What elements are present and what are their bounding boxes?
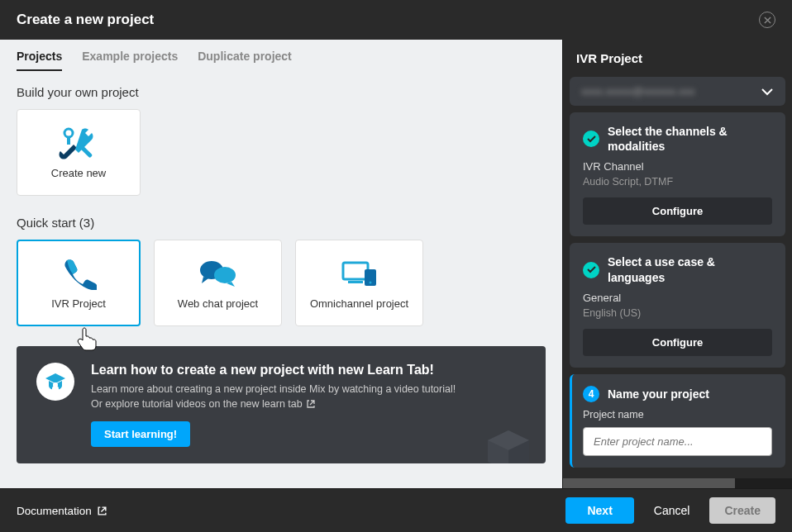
step-usecase-panel: Select a use case & languages General En… bbox=[570, 243, 785, 367]
build-section-title: Build your own project bbox=[17, 85, 546, 99]
configure-usecase-button[interactable]: Configure bbox=[583, 329, 772, 356]
devices-icon bbox=[340, 256, 379, 291]
step-name-title: Name your project bbox=[608, 387, 709, 401]
svg-rect-5 bbox=[343, 263, 368, 279]
documentation-link[interactable]: Documentation bbox=[17, 505, 107, 517]
owner-value: xxxx.xxxxx@xxxxxx.xxx bbox=[581, 85, 694, 97]
learn-banner: Learn how to create a new project with n… bbox=[17, 346, 546, 463]
svg-rect-0 bbox=[79, 145, 93, 158]
tools-icon bbox=[59, 126, 98, 160]
create-button[interactable]: Create bbox=[709, 497, 775, 524]
phone-icon bbox=[60, 256, 97, 291]
check-icon bbox=[583, 131, 599, 147]
configure-channels-button[interactable]: Configure bbox=[583, 197, 772, 225]
chevron-down-icon bbox=[761, 88, 774, 96]
horizontal-scrollbar[interactable] bbox=[563, 478, 792, 488]
next-button[interactable]: Next bbox=[565, 497, 633, 524]
external-link-icon bbox=[306, 399, 316, 409]
webchat-project-label: Web chat project bbox=[178, 297, 258, 310]
svg-point-1 bbox=[64, 129, 73, 137]
documentation-label: Documentation bbox=[17, 505, 92, 517]
right-panel-title: IVR Project bbox=[563, 40, 792, 77]
cube-decoration-icon bbox=[479, 422, 537, 463]
learn-desc-1: Learn more about creating a new project … bbox=[91, 382, 526, 397]
create-new-label: Create new bbox=[51, 167, 106, 179]
step-channels-panel: Select the channels & modalities IVR Cha… bbox=[570, 112, 785, 236]
ivr-project-card[interactable]: IVR Project bbox=[17, 240, 141, 326]
step-usecase-title: Select a use case & languages bbox=[608, 254, 772, 284]
check-icon bbox=[583, 262, 599, 278]
step-channels-title: Select the channels & modalities bbox=[608, 124, 772, 154]
step-usecase-sub: General bbox=[583, 292, 772, 304]
tab-example-projects[interactable]: Example projects bbox=[82, 50, 178, 71]
svg-point-8 bbox=[369, 282, 371, 284]
close-button[interactable] bbox=[759, 12, 775, 28]
tab-projects[interactable]: Projects bbox=[17, 50, 62, 71]
step-channels-sub2: Audio Script, DTMF bbox=[583, 176, 772, 188]
external-link-icon bbox=[97, 506, 107, 516]
svg-rect-6 bbox=[348, 281, 363, 283]
modal-title: Create a new project bbox=[17, 12, 154, 28]
owner-dropdown[interactable]: xxxx.xxxxx@xxxxxx.xxx bbox=[570, 77, 785, 106]
ivr-project-label: IVR Project bbox=[51, 297, 106, 310]
project-name-input[interactable] bbox=[583, 427, 772, 456]
chat-icon bbox=[198, 256, 238, 291]
tab-duplicate-project[interactable]: Duplicate project bbox=[198, 50, 292, 71]
step-number-badge: 4 bbox=[583, 386, 599, 402]
learn-desc-2: Or explore tutorial videos on the new le… bbox=[91, 397, 303, 412]
omnichannel-project-card[interactable]: Omnichannel project bbox=[295, 240, 423, 326]
learn-title: Learn how to create a new project with n… bbox=[91, 363, 526, 378]
webchat-project-card[interactable]: Web chat project bbox=[154, 240, 282, 326]
quickstart-section-title: Quick start (3) bbox=[17, 216, 546, 230]
start-learning-button[interactable]: Start learning! bbox=[91, 421, 190, 447]
graduate-icon bbox=[36, 363, 74, 401]
svg-rect-2 bbox=[67, 136, 70, 145]
project-name-label: Project name bbox=[583, 409, 772, 420]
step-name-panel: 4 Name your project Project name bbox=[570, 374, 785, 468]
create-new-card[interactable]: Create new bbox=[17, 109, 141, 196]
step-channels-sub: IVR Channel bbox=[583, 160, 772, 173]
cancel-button[interactable]: Cancel bbox=[642, 497, 702, 524]
svg-point-4 bbox=[214, 267, 236, 283]
omnichannel-project-label: Omnichannel project bbox=[310, 297, 408, 310]
step-usecase-sub2: English (US) bbox=[583, 307, 772, 319]
